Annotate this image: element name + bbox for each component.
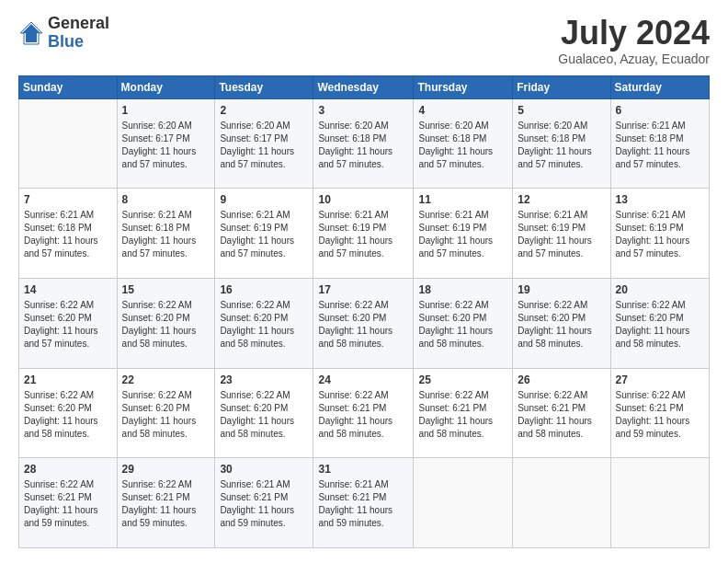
calendar-cell: 11Sunrise: 6:21 AM Sunset: 6:19 PM Dayli…	[414, 189, 513, 279]
calendar-cell: 5Sunrise: 6:20 AM Sunset: 6:18 PM Daylig…	[513, 98, 610, 189]
day-number: 25	[418, 373, 507, 387]
day-number: 23	[220, 373, 308, 387]
day-info: Sunrise: 6:22 AM Sunset: 6:21 PM Dayligh…	[318, 389, 408, 441]
day-info: Sunrise: 6:20 AM Sunset: 6:18 PM Dayligh…	[518, 120, 605, 171]
calendar-cell: 31Sunrise: 6:21 AM Sunset: 6:21 PM Dayli…	[313, 458, 414, 548]
day-info: Sunrise: 6:21 AM Sunset: 6:18 PM Dayligh…	[24, 209, 112, 260]
calendar-cell: 8Sunrise: 6:21 AM Sunset: 6:18 PM Daylig…	[117, 189, 215, 279]
day-info: Sunrise: 6:22 AM Sunset: 6:21 PM Dayligh…	[418, 389, 507, 441]
day-info: Sunrise: 6:21 AM Sunset: 6:19 PM Dayligh…	[220, 209, 308, 260]
calendar-week-5: 28Sunrise: 6:22 AM Sunset: 6:21 PM Dayli…	[19, 458, 710, 548]
logo-general-text: General	[48, 15, 109, 33]
day-info: Sunrise: 6:22 AM Sunset: 6:20 PM Dayligh…	[122, 299, 210, 350]
calendar-cell: 29Sunrise: 6:22 AM Sunset: 6:21 PM Dayli…	[117, 458, 215, 548]
day-number: 31	[318, 462, 408, 477]
day-number: 21	[24, 373, 112, 387]
calendar-table: SundayMondayTuesdayWednesdayThursdayFrid…	[18, 75, 710, 548]
day-number: 7	[24, 192, 112, 207]
day-number: 27	[616, 373, 704, 387]
day-number: 19	[518, 282, 605, 297]
weekday-header-friday: Friday	[513, 75, 610, 98]
calendar-cell: 1Sunrise: 6:20 AM Sunset: 6:17 PM Daylig…	[117, 98, 215, 189]
day-info: Sunrise: 6:22 AM Sunset: 6:20 PM Dayligh…	[418, 299, 507, 350]
day-number: 11	[418, 192, 507, 207]
calendar-cell	[19, 98, 118, 189]
calendar-cell: 17Sunrise: 6:22 AM Sunset: 6:20 PM Dayli…	[313, 278, 414, 368]
weekday-header-monday: Monday	[117, 75, 215, 98]
day-number: 16	[220, 282, 308, 297]
day-number: 17	[318, 282, 408, 297]
calendar-cell: 24Sunrise: 6:22 AM Sunset: 6:21 PM Dayli…	[313, 368, 414, 458]
calendar-cell: 18Sunrise: 6:22 AM Sunset: 6:20 PM Dayli…	[414, 278, 513, 368]
day-number: 9	[220, 192, 308, 207]
day-number: 24	[318, 373, 408, 387]
day-number: 12	[518, 192, 605, 207]
calendar-cell: 14Sunrise: 6:22 AM Sunset: 6:20 PM Dayli…	[19, 278, 118, 368]
calendar-cell: 16Sunrise: 6:22 AM Sunset: 6:20 PM Dayli…	[215, 278, 313, 368]
location-subtitle: Gualaceo, Azuay, Ecuador	[558, 52, 710, 66]
day-info: Sunrise: 6:22 AM Sunset: 6:20 PM Dayligh…	[122, 389, 210, 441]
weekday-header-tuesday: Tuesday	[215, 75, 313, 98]
svg-marker-0	[22, 24, 40, 42]
weekday-header-row: SundayMondayTuesdayWednesdayThursdayFrid…	[19, 75, 710, 98]
day-number: 5	[518, 103, 605, 118]
calendar-week-2: 7Sunrise: 6:21 AM Sunset: 6:18 PM Daylig…	[19, 189, 710, 279]
day-info: Sunrise: 6:22 AM Sunset: 6:20 PM Dayligh…	[518, 299, 605, 350]
day-number: 14	[24, 282, 112, 297]
day-info: Sunrise: 6:21 AM Sunset: 6:19 PM Dayligh…	[318, 209, 408, 260]
weekday-header-wednesday: Wednesday	[313, 75, 414, 98]
day-info: Sunrise: 6:21 AM Sunset: 6:21 PM Dayligh…	[318, 478, 408, 530]
calendar-cell: 20Sunrise: 6:22 AM Sunset: 6:20 PM Dayli…	[610, 278, 709, 368]
day-info: Sunrise: 6:22 AM Sunset: 6:20 PM Dayligh…	[220, 299, 308, 350]
calendar-cell: 9Sunrise: 6:21 AM Sunset: 6:19 PM Daylig…	[215, 189, 313, 279]
day-number: 13	[616, 192, 704, 207]
month-title: July 2024	[558, 15, 710, 52]
weekday-header-thursday: Thursday	[414, 75, 513, 98]
title-block: July 2024 Gualaceo, Azuay, Ecuador	[558, 15, 710, 66]
day-info: Sunrise: 6:21 AM Sunset: 6:18 PM Dayligh…	[616, 120, 704, 171]
day-info: Sunrise: 6:22 AM Sunset: 6:20 PM Dayligh…	[24, 299, 112, 350]
day-info: Sunrise: 6:20 AM Sunset: 6:18 PM Dayligh…	[418, 120, 507, 171]
calendar-cell: 19Sunrise: 6:22 AM Sunset: 6:20 PM Dayli…	[513, 278, 610, 368]
day-info: Sunrise: 6:22 AM Sunset: 6:21 PM Dayligh…	[122, 478, 210, 530]
day-info: Sunrise: 6:21 AM Sunset: 6:19 PM Dayligh…	[518, 209, 605, 260]
day-number: 20	[616, 282, 704, 297]
calendar-cell: 21Sunrise: 6:22 AM Sunset: 6:20 PM Dayli…	[19, 368, 118, 458]
day-number: 8	[122, 192, 210, 207]
day-number: 22	[122, 373, 210, 387]
day-info: Sunrise: 6:22 AM Sunset: 6:21 PM Dayligh…	[616, 389, 704, 441]
day-number: 30	[220, 462, 308, 477]
calendar-cell: 25Sunrise: 6:22 AM Sunset: 6:21 PM Dayli…	[414, 368, 513, 458]
calendar-cell: 3Sunrise: 6:20 AM Sunset: 6:18 PM Daylig…	[313, 98, 414, 189]
calendar-week-1: 1Sunrise: 6:20 AM Sunset: 6:17 PM Daylig…	[19, 98, 710, 189]
day-info: Sunrise: 6:20 AM Sunset: 6:18 PM Dayligh…	[318, 120, 408, 171]
logo-text: General Blue	[48, 15, 109, 52]
day-info: Sunrise: 6:22 AM Sunset: 6:21 PM Dayligh…	[518, 389, 605, 441]
day-number: 28	[24, 462, 112, 477]
day-number: 6	[616, 103, 704, 118]
calendar-cell: 26Sunrise: 6:22 AM Sunset: 6:21 PM Dayli…	[513, 368, 610, 458]
page: General Blue July 2024 Gualaceo, Azuay, …	[0, 0, 728, 563]
calendar-cell: 4Sunrise: 6:20 AM Sunset: 6:18 PM Daylig…	[414, 98, 513, 189]
day-number: 29	[122, 462, 210, 477]
calendar-cell: 2Sunrise: 6:20 AM Sunset: 6:17 PM Daylig…	[215, 98, 313, 189]
calendar-cell: 7Sunrise: 6:21 AM Sunset: 6:18 PM Daylig…	[19, 189, 118, 279]
day-number: 3	[318, 103, 408, 118]
calendar-cell	[513, 458, 610, 548]
day-number: 26	[518, 373, 605, 387]
logo-blue-text: Blue	[48, 33, 109, 52]
weekday-header-saturday: Saturday	[610, 75, 709, 98]
day-number: 4	[418, 103, 507, 118]
calendar-cell: 13Sunrise: 6:21 AM Sunset: 6:19 PM Dayli…	[610, 189, 709, 279]
day-info: Sunrise: 6:22 AM Sunset: 6:20 PM Dayligh…	[220, 389, 308, 441]
calendar-cell: 23Sunrise: 6:22 AM Sunset: 6:20 PM Dayli…	[215, 368, 313, 458]
calendar-cell: 6Sunrise: 6:21 AM Sunset: 6:18 PM Daylig…	[610, 98, 709, 189]
weekday-header-sunday: Sunday	[19, 75, 118, 98]
day-number: 15	[122, 282, 210, 297]
calendar-week-3: 14Sunrise: 6:22 AM Sunset: 6:20 PM Dayli…	[19, 278, 710, 368]
day-info: Sunrise: 6:21 AM Sunset: 6:21 PM Dayligh…	[220, 478, 308, 530]
day-info: Sunrise: 6:21 AM Sunset: 6:19 PM Dayligh…	[418, 209, 507, 260]
day-info: Sunrise: 6:22 AM Sunset: 6:21 PM Dayligh…	[24, 478, 112, 530]
day-number: 2	[220, 103, 308, 118]
day-info: Sunrise: 6:21 AM Sunset: 6:18 PM Dayligh…	[122, 209, 210, 260]
